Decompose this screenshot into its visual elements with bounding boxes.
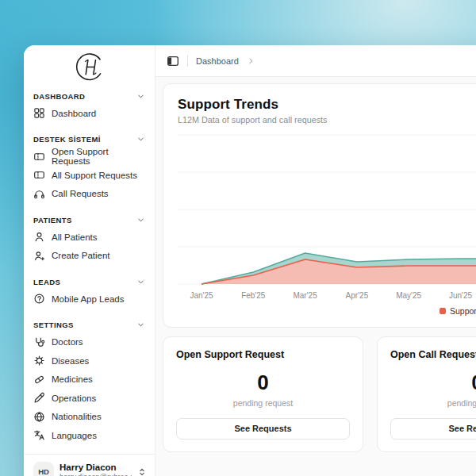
- app-window: DASHBOARDDashboardDESTEK SİSTEMİOpen Sup…: [24, 45, 476, 476]
- sidebar-item-label: Languages: [52, 431, 97, 440]
- stat-card-caption: pending request: [390, 398, 476, 408]
- sidebar-item-call-requests[interactable]: Call Requests: [33, 185, 145, 204]
- sidebar-item-diseases[interactable]: Diseases: [33, 351, 145, 370]
- sidebar-item-label: Create Patient: [52, 251, 110, 260]
- stat-card-value: 0: [176, 370, 350, 395]
- legend-item-support-requests[interactable]: Support Requests: [440, 306, 476, 316]
- nav-section-destek-si-stemi: DESTEK SİSTEMİOpen Support RequestsAll S…: [33, 132, 145, 204]
- chart-title: Support Trends: [178, 97, 476, 113]
- sidebar-toggle-icon[interactable]: [167, 55, 179, 67]
- grid-icon: [33, 107, 45, 119]
- headset-icon: [33, 188, 45, 200]
- section-label: LEADS: [33, 278, 60, 286]
- stat-cards-row: Open Support Request 0 pending request S…: [163, 336, 476, 452]
- sidebar-item-doctors[interactable]: Doctors: [33, 333, 145, 352]
- open-support-request-card: Open Support Request 0 pending request S…: [163, 336, 363, 452]
- sidebar-item-open-support-requests[interactable]: Open Support Requests: [33, 148, 145, 167]
- stat-card-caption: pending request: [176, 398, 350, 408]
- pill-icon: [33, 374, 45, 386]
- breadcrumb[interactable]: Dashboard: [196, 56, 239, 66]
- chevron-down-icon: [136, 216, 145, 225]
- sidebar-item-label: All Support Requests: [52, 171, 137, 180]
- user-email: harry.diacon@rubrec.com: [60, 473, 132, 476]
- topbar: Dashboard: [155, 45, 476, 77]
- topbar-divider: [187, 55, 188, 67]
- chevron-right-icon: [247, 56, 255, 65]
- user-icon: [33, 231, 45, 243]
- user-menu[interactable]: HD Harry Diacon harry.diacon@rubrec.com: [24, 454, 155, 476]
- language-icon: [33, 429, 45, 441]
- sidebar-item-medicines[interactable]: Medicines: [33, 370, 145, 390]
- see-requests-button[interactable]: See Requests: [176, 418, 350, 440]
- ticket-icon: [33, 151, 45, 163]
- sidebar-nav: DASHBOARDDashboardDESTEK SİSTEMİOpen Sup…: [24, 88, 155, 454]
- see-requests-button[interactable]: See Requests: [390, 418, 476, 440]
- nav-section-settings: SETTINGSDoctorsDiseasesMedicinesOperatio…: [33, 317, 145, 445]
- scalpel-icon: [33, 392, 45, 404]
- section-label: DASHBOARD: [33, 92, 85, 101]
- svg-text:Feb'25: Feb'25: [241, 291, 266, 300]
- sidebar-item-label: Dashboard: [52, 109, 96, 118]
- section-label: DESTEK SİSTEMİ: [33, 135, 101, 144]
- chevron-down-icon: [136, 135, 145, 144]
- sidebar-item-label: Doctors: [52, 337, 83, 347]
- nav-section-patients: PATIENTSAll PatientsCreate Patient: [33, 212, 145, 265]
- section-header-destek-si-stemi[interactable]: DESTEK SİSTEMİ: [33, 132, 145, 148]
- virus-icon: [33, 355, 45, 367]
- svg-text:Apr'25: Apr'25: [346, 291, 369, 300]
- legend-label: Support Requests: [450, 306, 476, 316]
- support-trends-chart: Jan'25Feb'25Mar'25Apr'25May'25Jun'25: [178, 129, 476, 306]
- section-header-dashboard[interactable]: DASHBOARD: [33, 88, 145, 104]
- avatar: HD: [33, 462, 54, 476]
- stethoscope-icon: [33, 336, 45, 348]
- app-logo[interactable]: [24, 45, 155, 88]
- sidebar-item-label: Operations: [52, 393, 96, 403]
- sidebar-item-dashboard[interactable]: Dashboard: [33, 104, 145, 123]
- section-header-leads[interactable]: LEADS: [33, 274, 145, 290]
- svg-text:Jan'25: Jan'25: [190, 291, 213, 300]
- support-trends-card: Support Trends L12M Data of support and …: [163, 83, 476, 328]
- sidebar-item-nationalities[interactable]: Nationalities: [33, 408, 145, 427]
- ticket-icon: [33, 169, 45, 181]
- svg-text:May'25: May'25: [396, 291, 421, 300]
- user-plus-icon: [33, 250, 45, 262]
- sidebar-item-create-patient[interactable]: Create Patient: [33, 247, 145, 266]
- user-name: Harry Diacon: [60, 463, 132, 473]
- chevron-down-icon: [136, 278, 145, 286]
- legend-swatch: [440, 308, 446, 314]
- sidebar-item-mobile-app-leads[interactable]: Mobile App Leads: [33, 290, 145, 309]
- stat-card-title: Open Call Request: [390, 349, 476, 360]
- sidebar-item-label: Call Requests: [52, 189, 109, 198]
- section-label: PATIENTS: [33, 216, 72, 225]
- sidebar-item-operations[interactable]: Operations: [33, 389, 145, 408]
- content: Support Trends L12M Data of support and …: [155, 77, 476, 459]
- globe-icon: [33, 411, 45, 423]
- sidebar: DASHBOARDDashboardDESTEK SİSTEMİOpen Sup…: [24, 45, 155, 476]
- chart-subtitle: L12M Data of support and call requests: [178, 115, 476, 125]
- logo-h-icon: [73, 51, 106, 84]
- svg-text:Mar'25: Mar'25: [293, 291, 317, 300]
- stat-card-value: 0: [390, 370, 476, 395]
- sidebar-item-all-patients[interactable]: All Patients: [33, 228, 145, 247]
- sidebar-item-label: Nationalities: [52, 412, 102, 421]
- sidebar-item-label: Medicines: [52, 374, 93, 384]
- sidebar-item-all-support-requests[interactable]: All Support Requests: [33, 166, 145, 185]
- help-circle-icon: [33, 293, 45, 305]
- nav-section-dashboard: DASHBOARDDashboard: [33, 88, 145, 123]
- sidebar-item-label: All Patients: [52, 232, 98, 242]
- section-header-patients[interactable]: PATIENTS: [33, 212, 145, 228]
- section-header-settings[interactable]: SETTINGS: [33, 317, 145, 333]
- open-call-request-card: Open Call Request 0 pending request See …: [377, 336, 476, 452]
- sidebar-item-label: Diseases: [52, 356, 89, 366]
- chevron-down-icon: [136, 321, 145, 329]
- sidebar-item-label: Mobile App Leads: [52, 294, 124, 304]
- stat-card-title: Open Support Request: [176, 349, 350, 360]
- nav-section-leads: LEADSMobile App Leads: [33, 274, 145, 309]
- chevron-up-down-icon: [137, 467, 147, 476]
- svg-text:Jun'25: Jun'25: [449, 291, 473, 300]
- sidebar-item-languages[interactable]: Languages: [33, 426, 145, 445]
- sidebar-item-label: Open Support Requests: [52, 147, 145, 166]
- chevron-down-icon: [136, 92, 145, 101]
- main-area: Dashboard Support Trends L12M Data of su…: [155, 45, 476, 476]
- section-label: SETTINGS: [33, 321, 74, 329]
